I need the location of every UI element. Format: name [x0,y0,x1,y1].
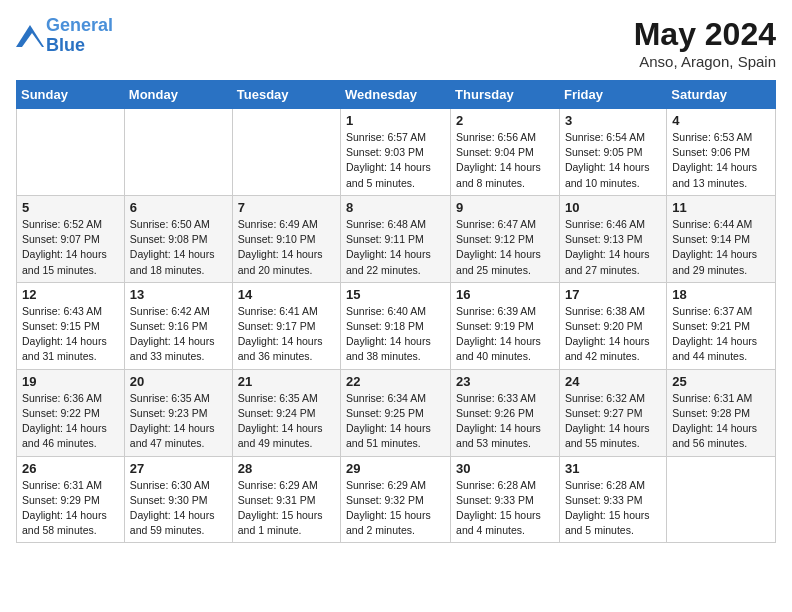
day-number: 4 [672,113,770,128]
day-info: Sunrise: 6:35 AMSunset: 9:24 PMDaylight:… [238,391,335,452]
day-info: Sunrise: 6:31 AMSunset: 9:28 PMDaylight:… [672,391,770,452]
day-info: Sunrise: 6:44 AMSunset: 9:14 PMDaylight:… [672,217,770,278]
day-info: Sunrise: 6:29 AMSunset: 9:31 PMDaylight:… [238,478,335,539]
calendar-cell: 2Sunrise: 6:56 AMSunset: 9:04 PMDaylight… [451,109,560,196]
calendar-cell: 12Sunrise: 6:43 AMSunset: 9:15 PMDayligh… [17,282,125,369]
day-of-week-header: Sunday [17,81,125,109]
day-number: 22 [346,374,445,389]
calendar-cell: 15Sunrise: 6:40 AMSunset: 9:18 PMDayligh… [341,282,451,369]
calendar-cell: 24Sunrise: 6:32 AMSunset: 9:27 PMDayligh… [559,369,666,456]
calendar-cell: 11Sunrise: 6:44 AMSunset: 9:14 PMDayligh… [667,195,776,282]
day-info: Sunrise: 6:28 AMSunset: 9:33 PMDaylight:… [565,478,661,539]
calendar-cell: 3Sunrise: 6:54 AMSunset: 9:05 PMDaylight… [559,109,666,196]
day-number: 17 [565,287,661,302]
calendar-cell: 25Sunrise: 6:31 AMSunset: 9:28 PMDayligh… [667,369,776,456]
day-info: Sunrise: 6:46 AMSunset: 9:13 PMDaylight:… [565,217,661,278]
day-of-week-header: Friday [559,81,666,109]
day-number: 16 [456,287,554,302]
day-number: 28 [238,461,335,476]
calendar-cell [124,109,232,196]
day-number: 29 [346,461,445,476]
calendar-cell: 1Sunrise: 6:57 AMSunset: 9:03 PMDaylight… [341,109,451,196]
day-info: Sunrise: 6:50 AMSunset: 9:08 PMDaylight:… [130,217,227,278]
day-number: 13 [130,287,227,302]
day-info: Sunrise: 6:42 AMSunset: 9:16 PMDaylight:… [130,304,227,365]
logo-icon [16,25,44,47]
day-of-week-header: Tuesday [232,81,340,109]
day-number: 2 [456,113,554,128]
day-number: 7 [238,200,335,215]
calendar-cell: 22Sunrise: 6:34 AMSunset: 9:25 PMDayligh… [341,369,451,456]
day-number: 10 [565,200,661,215]
day-info: Sunrise: 6:52 AMSunset: 9:07 PMDaylight:… [22,217,119,278]
day-info: Sunrise: 6:30 AMSunset: 9:30 PMDaylight:… [130,478,227,539]
calendar-cell: 5Sunrise: 6:52 AMSunset: 9:07 PMDaylight… [17,195,125,282]
day-number: 20 [130,374,227,389]
day-number: 14 [238,287,335,302]
calendar-table: SundayMondayTuesdayWednesdayThursdayFrid… [16,80,776,543]
calendar-cell: 10Sunrise: 6:46 AMSunset: 9:13 PMDayligh… [559,195,666,282]
day-number: 1 [346,113,445,128]
day-number: 26 [22,461,119,476]
day-info: Sunrise: 6:31 AMSunset: 9:29 PMDaylight:… [22,478,119,539]
calendar-cell: 18Sunrise: 6:37 AMSunset: 9:21 PMDayligh… [667,282,776,369]
day-of-week-header: Monday [124,81,232,109]
calendar-cell: 30Sunrise: 6:28 AMSunset: 9:33 PMDayligh… [451,456,560,543]
day-of-week-header: Saturday [667,81,776,109]
day-info: Sunrise: 6:38 AMSunset: 9:20 PMDaylight:… [565,304,661,365]
calendar-cell: 27Sunrise: 6:30 AMSunset: 9:30 PMDayligh… [124,456,232,543]
calendar-cell: 20Sunrise: 6:35 AMSunset: 9:23 PMDayligh… [124,369,232,456]
calendar-cell: 4Sunrise: 6:53 AMSunset: 9:06 PMDaylight… [667,109,776,196]
day-number: 25 [672,374,770,389]
day-info: Sunrise: 6:43 AMSunset: 9:15 PMDaylight:… [22,304,119,365]
logo-text: General Blue [46,16,113,56]
day-info: Sunrise: 6:48 AMSunset: 9:11 PMDaylight:… [346,217,445,278]
calendar-cell: 14Sunrise: 6:41 AMSunset: 9:17 PMDayligh… [232,282,340,369]
calendar-cell: 6Sunrise: 6:50 AMSunset: 9:08 PMDaylight… [124,195,232,282]
calendar-cell: 17Sunrise: 6:38 AMSunset: 9:20 PMDayligh… [559,282,666,369]
calendar-cell: 13Sunrise: 6:42 AMSunset: 9:16 PMDayligh… [124,282,232,369]
day-number: 8 [346,200,445,215]
day-number: 19 [22,374,119,389]
location: Anso, Aragon, Spain [634,53,776,70]
title-block: May 2024 Anso, Aragon, Spain [634,16,776,70]
day-info: Sunrise: 6:53 AMSunset: 9:06 PMDaylight:… [672,130,770,191]
calendar-cell: 29Sunrise: 6:29 AMSunset: 9:32 PMDayligh… [341,456,451,543]
page-header: General Blue May 2024 Anso, Aragon, Spai… [16,16,776,70]
day-info: Sunrise: 6:36 AMSunset: 9:22 PMDaylight:… [22,391,119,452]
day-info: Sunrise: 6:56 AMSunset: 9:04 PMDaylight:… [456,130,554,191]
calendar-cell [667,456,776,543]
day-number: 31 [565,461,661,476]
calendar-cell: 23Sunrise: 6:33 AMSunset: 9:26 PMDayligh… [451,369,560,456]
day-info: Sunrise: 6:28 AMSunset: 9:33 PMDaylight:… [456,478,554,539]
day-number: 23 [456,374,554,389]
day-info: Sunrise: 6:35 AMSunset: 9:23 PMDaylight:… [130,391,227,452]
day-info: Sunrise: 6:39 AMSunset: 9:19 PMDaylight:… [456,304,554,365]
day-info: Sunrise: 6:33 AMSunset: 9:26 PMDaylight:… [456,391,554,452]
day-number: 11 [672,200,770,215]
day-info: Sunrise: 6:32 AMSunset: 9:27 PMDaylight:… [565,391,661,452]
day-info: Sunrise: 6:29 AMSunset: 9:32 PMDaylight:… [346,478,445,539]
day-number: 24 [565,374,661,389]
calendar-cell: 16Sunrise: 6:39 AMSunset: 9:19 PMDayligh… [451,282,560,369]
calendar-cell: 19Sunrise: 6:36 AMSunset: 9:22 PMDayligh… [17,369,125,456]
calendar-cell: 7Sunrise: 6:49 AMSunset: 9:10 PMDaylight… [232,195,340,282]
day-info: Sunrise: 6:34 AMSunset: 9:25 PMDaylight:… [346,391,445,452]
month-title: May 2024 [634,16,776,53]
calendar-cell: 21Sunrise: 6:35 AMSunset: 9:24 PMDayligh… [232,369,340,456]
calendar-cell [232,109,340,196]
calendar-cell: 31Sunrise: 6:28 AMSunset: 9:33 PMDayligh… [559,456,666,543]
day-info: Sunrise: 6:41 AMSunset: 9:17 PMDaylight:… [238,304,335,365]
day-number: 27 [130,461,227,476]
calendar-cell: 26Sunrise: 6:31 AMSunset: 9:29 PMDayligh… [17,456,125,543]
calendar-cell: 8Sunrise: 6:48 AMSunset: 9:11 PMDaylight… [341,195,451,282]
day-number: 5 [22,200,119,215]
day-info: Sunrise: 6:54 AMSunset: 9:05 PMDaylight:… [565,130,661,191]
day-info: Sunrise: 6:40 AMSunset: 9:18 PMDaylight:… [346,304,445,365]
day-number: 18 [672,287,770,302]
calendar-cell [17,109,125,196]
day-number: 21 [238,374,335,389]
calendar-cell: 28Sunrise: 6:29 AMSunset: 9:31 PMDayligh… [232,456,340,543]
day-of-week-header: Thursday [451,81,560,109]
day-of-week-header: Wednesday [341,81,451,109]
